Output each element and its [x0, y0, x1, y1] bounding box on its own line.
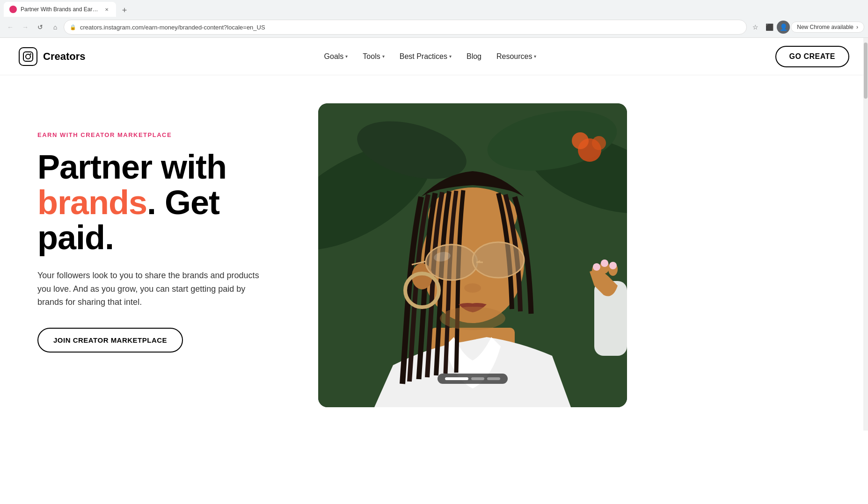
lock-icon: 🔒 — [70, 24, 76, 30]
new-chrome-chevron: › — [856, 24, 858, 30]
svg-point-2 — [30, 53, 31, 55]
active-tab[interactable]: Partner With Brands and Earn ... ✕ — [4, 2, 116, 17]
svg-point-10 — [592, 136, 606, 150]
hero-left-content: EARN WITH CREATOR MARKETPLACE Partner wi… — [37, 103, 299, 353]
profile-button[interactable]: 👤 — [777, 21, 790, 34]
slide-dot-3 — [487, 377, 500, 380]
nav-goals-label: Goals — [324, 52, 344, 61]
hero-description: Your followers look to you to share the … — [37, 269, 262, 309]
new-chrome-text: New Chrome available — [797, 24, 853, 30]
nav-tools-label: Tools — [363, 52, 380, 61]
best-practices-chevron-icon: ▾ — [449, 54, 452, 59]
slide-dot-1 — [445, 377, 468, 380]
browser-chrome: Partner With Brands and Earn ... ✕ + ← →… — [0, 0, 868, 38]
resources-chevron-icon: ▾ — [534, 54, 536, 59]
website-content: Creators Goals ▾ Tools ▾ Best Practices … — [0, 38, 868, 431]
nav-links: Goals ▾ Tools ▾ Best Practices ▾ Blog Re… — [319, 49, 542, 65]
svg-point-23 — [464, 283, 481, 293]
svg-point-29 — [593, 263, 600, 271]
browser-actions: ☆ ⬛ 👤 New Chrome available › — [749, 21, 864, 34]
scrollbar-thumb[interactable] — [864, 43, 868, 99]
home-button[interactable]: ⌂ — [49, 21, 62, 34]
tab-bar: Partner With Brands and Earn ... ✕ + — [0, 0, 868, 17]
hero-title-highlight: brands — [37, 184, 147, 221]
back-button[interactable]: ← — [4, 21, 17, 34]
bookmark-button[interactable]: ☆ — [749, 21, 762, 34]
hero-section: EARN WITH CREATOR MARKETPLACE Partner wi… — [0, 75, 868, 431]
hero-eyebrow: EARN WITH CREATOR MARKETPLACE — [37, 131, 299, 138]
tab-favicon — [9, 6, 17, 13]
cast-button[interactable]: ⬛ — [763, 21, 776, 34]
svg-point-1 — [26, 54, 30, 59]
site-nav: Creators Goals ▾ Tools ▾ Best Practices … — [0, 38, 868, 75]
join-creator-marketplace-button[interactable]: JOIN CREATOR MARKETPLACE — [37, 328, 183, 353]
nav-logo[interactable]: Creators — [19, 47, 85, 66]
hero-title-line1: Partner with — [37, 148, 226, 186]
svg-point-24 — [440, 307, 505, 330]
nav-blog[interactable]: Blog — [461, 49, 487, 65]
go-create-button[interactable]: GO CREATE — [775, 46, 849, 67]
svg-point-31 — [609, 262, 617, 269]
address-bar[interactable]: 🔒 creators.instagram.com/earn-money/bran… — [64, 20, 747, 35]
profile-icon: 👤 — [777, 21, 790, 34]
nav-blog-label: Blog — [467, 52, 481, 61]
new-chrome-badge[interactable]: New Chrome available › — [791, 22, 864, 33]
nav-best-practices-label: Best Practices — [400, 52, 447, 61]
svg-point-9 — [572, 132, 589, 149]
instagram-logo-icon — [19, 47, 37, 66]
browser-toolbar: ← → ↺ ⌂ 🔒 creators.instagram.com/earn-mo… — [0, 17, 868, 37]
tab-close-button[interactable]: ✕ — [103, 6, 110, 13]
nav-resources-label: Resources — [496, 52, 532, 61]
svg-rect-0 — [23, 52, 33, 61]
hero-illustration — [318, 103, 627, 407]
nav-goals[interactable]: Goals ▾ — [319, 49, 354, 65]
hero-title: Partner with brands. Get paid. — [37, 150, 299, 256]
refresh-button[interactable]: ↺ — [34, 21, 47, 34]
hero-image — [318, 103, 627, 407]
nav-resources[interactable]: Resources ▾ — [491, 49, 542, 65]
nav-best-practices[interactable]: Best Practices ▾ — [394, 49, 457, 65]
slide-indicators — [438, 374, 508, 384]
nav-logo-text: Creators — [43, 50, 85, 63]
slide-dot-2 — [471, 377, 484, 380]
svg-point-30 — [601, 259, 608, 267]
browser-scrollbar[interactable] — [863, 38, 868, 431]
tab-title: Partner With Brands and Earn ... — [21, 6, 99, 13]
new-tab-button[interactable]: + — [118, 4, 131, 17]
goals-chevron-icon: ▾ — [345, 54, 348, 59]
nav-tools[interactable]: Tools ▾ — [357, 49, 390, 65]
address-text: creators.instagram.com/earn-money/brande… — [80, 24, 741, 31]
tools-chevron-icon: ▾ — [382, 54, 385, 59]
forward-button[interactable]: → — [19, 21, 32, 34]
